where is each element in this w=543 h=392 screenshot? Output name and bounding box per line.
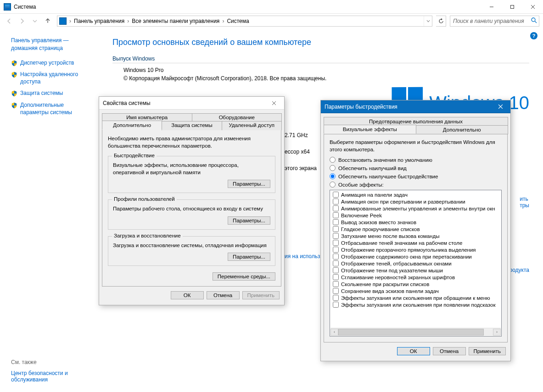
refresh-button[interactable]: [436, 16, 446, 27]
forward-button[interactable]: [17, 16, 28, 27]
effect-checkbox-item[interactable]: Отбрасывание теней значками на рабочем с…: [330, 239, 501, 246]
cancel-button[interactable]: Отмена: [433, 347, 466, 355]
effect-checkbox[interactable]: [333, 219, 339, 225]
effects-checklist[interactable]: Анимация на панели задачАнимация окон пр…: [330, 190, 502, 337]
scroll-thumb[interactable]: [338, 329, 484, 336]
sidebar-link-device-manager[interactable]: Диспетчер устройств: [11, 60, 93, 67]
effect-checkbox-item[interactable]: Отображение содержимого окна при перетас…: [330, 253, 501, 260]
effect-checkbox-item[interactable]: Сохранение вида эскизов панели задач: [330, 287, 501, 294]
dialog-close-button[interactable]: [268, 98, 280, 108]
group-title: Загрузка и восстановление: [112, 233, 183, 238]
sidebar-link-protection[interactable]: Защита системы: [11, 90, 93, 97]
change-settings-link-fragment[interactable]: ить тры: [520, 196, 529, 209]
apply-button[interactable]: Применить: [242, 291, 280, 299]
effect-label: Эффекты затухания или скольжения при поя…: [341, 302, 495, 308]
effect-checkbox[interactable]: [333, 295, 339, 301]
breadcrumb-item[interactable]: Система: [225, 16, 251, 26]
effect-checkbox-item[interactable]: Эффекты затухания или скольжения при поя…: [330, 301, 501, 308]
sidebar-link-remote[interactable]: Настройка удаленного доступа: [11, 71, 93, 85]
effect-checkbox-item[interactable]: Анимация на панели задач: [330, 191, 501, 198]
effect-checkbox-item[interactable]: Отображение тени под указателем мыши: [330, 267, 501, 274]
chevron-right-icon[interactable]: ›: [126, 18, 130, 24]
search-box[interactable]: [450, 16, 539, 27]
ok-button[interactable]: ОК: [397, 347, 430, 355]
radio-best-appearance[interactable]: Обеспечить наилучший вид: [330, 165, 502, 171]
effect-checkbox-item[interactable]: Анимированные элементы управления и элем…: [330, 205, 501, 212]
effect-checkbox[interactable]: [333, 247, 339, 253]
effect-checkbox-item[interactable]: Затухание меню после вызова команды: [330, 232, 501, 239]
address-history-dropdown[interactable]: [424, 16, 432, 26]
scroll-track[interactable]: [338, 329, 493, 336]
environment-variables-button[interactable]: Переменные среды...: [213, 272, 275, 281]
cancel-button[interactable]: Отмена: [207, 291, 240, 299]
effect-checkbox-item[interactable]: Вывод эскизов вместо значков: [330, 219, 501, 226]
effect-checkbox-item[interactable]: Сглаживание неровностей экранных шрифтов: [330, 274, 501, 281]
dialog-titlebar[interactable]: Свойства системы: [99, 97, 284, 110]
minimize-button[interactable]: [481, 0, 502, 14]
control-panel-home-link[interactable]: Панель управления — домашняя страница: [11, 37, 93, 52]
effect-checkbox[interactable]: [333, 281, 339, 287]
horizontal-scrollbar[interactable]: ‹ ›: [330, 328, 501, 336]
tab-computer-name[interactable]: Имя компьютера: [102, 113, 192, 121]
effect-label: Отображение тени под указателем мыши: [341, 268, 443, 273]
effect-checkbox-item[interactable]: Гладкое прокручивание списков: [330, 226, 501, 232]
breadcrumb-item[interactable]: Все элементы панели управления: [130, 16, 221, 26]
up-button[interactable]: [42, 16, 53, 27]
group-startup-recovery: Загрузка и восстановление Загрузка и вос…: [108, 236, 275, 266]
effect-label: Скольжение при раскрытии списков: [341, 282, 429, 287]
dialog-titlebar[interactable]: Параметры быстродействия: [321, 100, 510, 113]
search-input[interactable]: [450, 16, 539, 26]
effect-checkbox[interactable]: [333, 267, 339, 273]
dialog-close-button[interactable]: [494, 102, 507, 112]
effect-checkbox-item[interactable]: Включение Peek: [330, 212, 501, 219]
scroll-right-button[interactable]: ›: [493, 329, 501, 336]
tab-advanced[interactable]: Дополнительно: [102, 121, 162, 130]
shield-icon: [11, 102, 17, 109]
tab-protection[interactable]: Защита системы: [162, 121, 222, 130]
effect-label: Отбрасывание теней значками на рабочем с…: [341, 240, 462, 246]
radio-best-performance[interactable]: Обеспечить наилучшее быстродействие: [330, 173, 502, 179]
effect-checkbox[interactable]: [333, 240, 339, 246]
effect-checkbox[interactable]: [333, 288, 339, 294]
chevron-right-icon[interactable]: ›: [221, 18, 225, 24]
scroll-left-button[interactable]: ‹: [330, 329, 338, 336]
tab-advanced-perf[interactable]: Дополнительно: [416, 125, 509, 134]
effect-checkbox[interactable]: [333, 302, 339, 308]
tab-remote[interactable]: Удаленный доступ: [222, 121, 282, 130]
effect-checkbox[interactable]: [333, 260, 339, 266]
effect-checkbox[interactable]: [333, 212, 339, 218]
back-button[interactable]: [4, 16, 15, 27]
search-icon[interactable]: [531, 17, 537, 25]
breadcrumb-item[interactable]: Панель управления: [72, 16, 126, 26]
recent-locations-button[interactable]: [29, 16, 40, 27]
effect-checkbox[interactable]: [333, 192, 339, 198]
effect-checkbox[interactable]: [333, 199, 339, 204]
address-bar[interactable]: › Панель управления › Все элементы панел…: [57, 16, 432, 27]
effect-checkbox-item[interactable]: Скольжение при раскрытии списков: [330, 281, 501, 287]
effect-checkbox[interactable]: [333, 274, 339, 280]
sidebar: Панель управления — домашняя страница Ди…: [0, 28, 99, 392]
ok-button[interactable]: ОК: [171, 291, 204, 299]
radio-custom[interactable]: Особые эффекты:: [330, 182, 502, 188]
sidebar-link-advanced[interactable]: Дополнительные параметры системы: [11, 102, 93, 116]
effect-checkbox-item[interactable]: Отображение прозрачного прямоугольника в…: [330, 246, 501, 253]
effect-checkbox[interactable]: [333, 226, 339, 232]
effect-checkbox[interactable]: [333, 254, 339, 259]
effect-checkbox[interactable]: [333, 233, 339, 239]
effect-checkbox-item[interactable]: Эффекты затухания или скольжения при обр…: [330, 294, 501, 301]
see-also-link[interactable]: Центр безопасности и обслуживания: [11, 370, 93, 383]
maximize-button[interactable]: [502, 0, 522, 14]
close-button[interactable]: [522, 0, 543, 14]
performance-settings-button[interactable]: Параметры...: [228, 180, 270, 188]
startup-recovery-settings-button[interactable]: Параметры...: [228, 253, 270, 261]
visual-effects-panel: Выберите параметры оформления и быстроде…: [324, 134, 508, 342]
radio-let-windows-choose[interactable]: Восстановить значения по умолчанию: [330, 157, 502, 163]
tab-visual-effects[interactable]: Визуальные эффекты: [324, 125, 416, 134]
effect-checkbox[interactable]: [333, 205, 339, 211]
effect-checkbox-item[interactable]: Анимация окон при свертывании и разверты…: [330, 198, 501, 205]
chevron-right-icon[interactable]: ›: [68, 18, 72, 24]
user-profiles-settings-button[interactable]: Параметры...: [228, 216, 270, 225]
tab-hardware[interactable]: Оборудование: [192, 113, 282, 121]
effect-checkbox-item[interactable]: Отображение теней, отбрасываемых окнами: [330, 260, 501, 267]
apply-button[interactable]: Применить: [469, 347, 506, 355]
